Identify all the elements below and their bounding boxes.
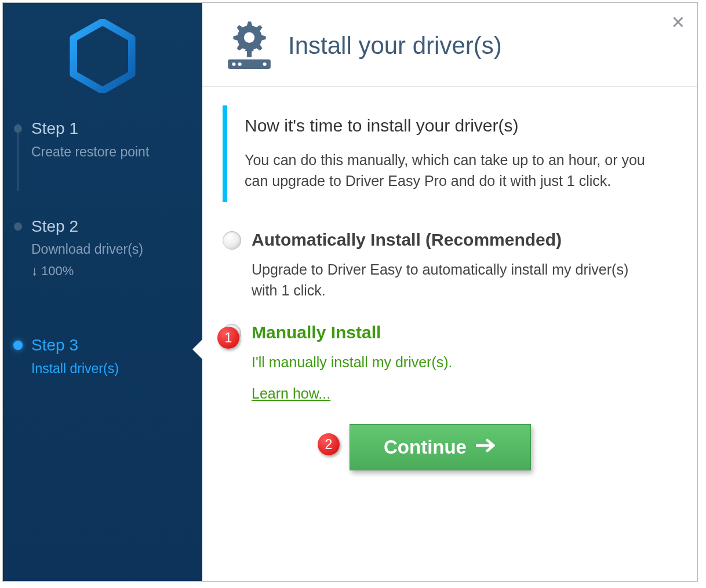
option-automatic-install[interactable]: Automatically Install (Recommended) Upgr… bbox=[223, 230, 658, 301]
sidebar-step-2: Step 2 Download driver(s) ↓ 100% bbox=[14, 217, 202, 279]
content-area: Now it's time to install your driver(s) … bbox=[202, 87, 697, 470]
option-description: Upgrade to Driver Easy to automatically … bbox=[252, 259, 658, 301]
step-subtitle: Create restore point bbox=[31, 144, 202, 160]
sidebar-step-1: Step 1 Create restore point bbox=[14, 119, 202, 160]
step-subtitle: Install driver(s) bbox=[31, 361, 202, 377]
main-panel: Install your driver(s) Now it's time to … bbox=[202, 3, 697, 581]
sidebar: Step 1 Create restore point Step 2 Downl… bbox=[3, 3, 202, 581]
step-title: Step 1 bbox=[31, 119, 202, 138]
installer-window: × 1 2 bbox=[2, 2, 698, 582]
step-dot-icon bbox=[14, 125, 22, 133]
option-body: Manually Install I'll manually install m… bbox=[252, 323, 658, 402]
step-dot-icon bbox=[14, 222, 22, 231]
step-progress: ↓ 100% bbox=[31, 263, 202, 279]
learn-how-link[interactable]: Learn how... bbox=[252, 385, 330, 402]
hexagon-logo-icon bbox=[68, 19, 137, 96]
annotation-badge-2: 2 bbox=[318, 433, 340, 455]
option-manual-install[interactable]: Manually Install I'll manually install m… bbox=[223, 323, 658, 402]
annotation-badge-1: 1 bbox=[217, 327, 239, 349]
svg-point-10 bbox=[263, 63, 267, 66]
option-title: Manually Install bbox=[252, 323, 658, 342]
app-logo bbox=[3, 3, 202, 119]
svg-point-8 bbox=[232, 63, 235, 66]
step-dot-icon bbox=[13, 341, 23, 350]
install-gear-icon bbox=[224, 18, 272, 74]
svg-point-9 bbox=[238, 63, 242, 66]
callout-text: You can do this manually, which can take… bbox=[245, 149, 652, 192]
sidebar-step-3: Step 3 Install driver(s) bbox=[14, 335, 202, 377]
svg-point-5 bbox=[244, 32, 254, 43]
continue-button[interactable]: Continue bbox=[350, 424, 531, 470]
step-title: Step 3 bbox=[31, 335, 202, 355]
continue-label: Continue bbox=[384, 436, 467, 458]
close-icon[interactable]: × bbox=[672, 11, 685, 33]
page-title: Install your driver(s) bbox=[288, 32, 502, 60]
active-step-pointer-icon bbox=[192, 339, 203, 360]
intro-callout: Now it's time to install your driver(s) … bbox=[223, 105, 658, 202]
main-header: Install your driver(s) bbox=[202, 3, 697, 87]
continue-wrap: Continue bbox=[223, 424, 658, 470]
step-subtitle: Download driver(s) bbox=[31, 242, 202, 257]
callout-title: Now it's time to install your driver(s) bbox=[245, 116, 652, 136]
step-list: Step 1 Create restore point Step 2 Downl… bbox=[3, 119, 202, 377]
down-arrow-icon: ↓ 100% bbox=[31, 264, 74, 278]
option-description: I'll manually install my driver(s). bbox=[252, 352, 658, 372]
step-title: Step 2 bbox=[31, 217, 202, 236]
radio-icon[interactable] bbox=[223, 231, 241, 250]
option-title: Automatically Install (Recommended) bbox=[252, 230, 658, 250]
arrow-right-icon bbox=[476, 436, 497, 458]
option-body: Automatically Install (Recommended) Upgr… bbox=[252, 230, 658, 301]
